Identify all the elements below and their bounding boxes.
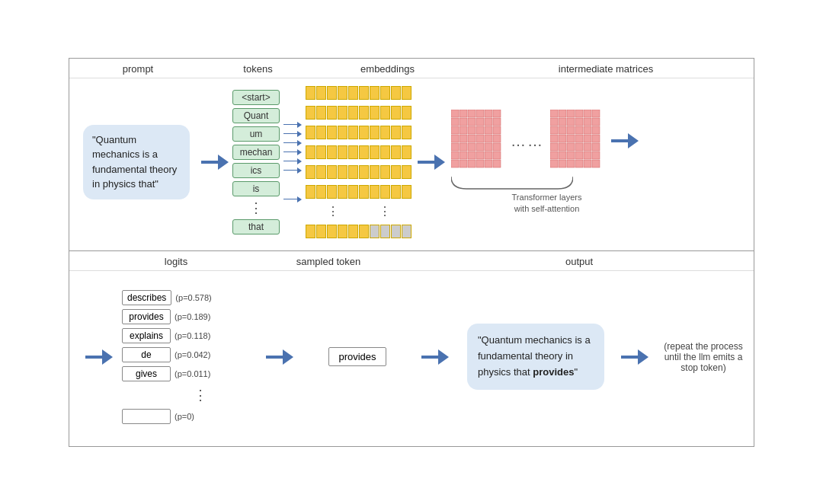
tokens-embeddings-group: <start> Quant um mechan ics is ⋮ that	[232, 85, 412, 240]
matrix-1: // rendered via inline SVG rects below	[451, 110, 504, 172]
token-arrows	[283, 122, 302, 203]
logit-de: de	[122, 347, 171, 362]
token-dots: ⋮	[232, 199, 280, 216]
embed-row-5	[306, 164, 412, 180]
svg-rect-1	[460, 110, 467, 117]
svg-rect-26	[468, 143, 476, 151]
svg-rect-38	[468, 160, 476, 167]
top-headers: prompt tokens embeddings intermediate ma…	[69, 59, 754, 78]
svg-rect-18	[451, 135, 459, 142]
svg-rect-51	[575, 118, 583, 126]
svg-rect-41	[493, 160, 501, 167]
logit-last: (p=0)	[122, 409, 255, 424]
token-quant: Quant	[232, 108, 280, 123]
svg-rect-71	[592, 143, 600, 151]
svg-rect-15	[476, 126, 484, 134]
matrices-wrapper: // rendered via inline SVG rects below	[451, 110, 642, 214]
svg-rect-81	[575, 160, 583, 167]
logit-3: explains (p=0.118)	[122, 328, 255, 343]
token-mechan: mechan	[232, 145, 280, 160]
svg-rect-9	[476, 118, 484, 126]
transformer-label: Transformer layerswith self-attention	[486, 192, 608, 214]
output-column: "Quantum mechanics is a fundamental theo…	[460, 324, 612, 389]
svg-rect-53	[592, 118, 600, 126]
svg-rect-13	[460, 126, 467, 134]
svg-rect-8	[468, 118, 476, 126]
svg-rect-7	[460, 118, 467, 126]
prompt-text: "Quantum mechanics is a fundamental theo…	[92, 134, 177, 190]
embed-row-6	[306, 183, 412, 200]
header-logits: logits	[69, 256, 252, 267]
logit-4: de (p=0.042)	[122, 347, 255, 362]
token-is: is	[232, 181, 280, 196]
svg-rect-78	[550, 160, 558, 167]
matrix-out-arrow	[611, 133, 639, 148]
matrix-2	[550, 110, 604, 172]
bottom-headers: logits sampled token output	[69, 251, 754, 271]
svg-rect-5	[493, 110, 501, 117]
svg-rect-61	[559, 135, 566, 142]
header-prompt: prompt	[69, 63, 191, 75]
svg-rect-32	[468, 152, 476, 159]
svg-rect-58	[584, 126, 591, 134]
svg-rect-63	[575, 135, 583, 142]
logits-column: describes (p=0.578) provides (p=0.189) e…	[122, 290, 255, 424]
curly-brace-svg	[451, 174, 573, 192]
logit-explains: explains	[122, 328, 171, 343]
embeddings-list: ⋮⋮	[306, 85, 412, 240]
token-that: that	[232, 219, 280, 234]
brace-group	[451, 174, 642, 192]
svg-rect-12	[451, 126, 459, 134]
svg-rect-0	[451, 110, 459, 117]
output-box: "Quantum mechanics is a fundamental theo…	[467, 324, 604, 389]
svg-rect-17	[493, 126, 501, 134]
svg-rect-44	[567, 110, 575, 117]
svg-rect-70	[584, 143, 591, 151]
svg-rect-23	[493, 135, 501, 142]
logit-empty	[122, 409, 171, 424]
repeat-column: (repeat the process until the llm emits …	[658, 341, 746, 373]
svg-rect-2	[468, 110, 476, 117]
svg-rect-47	[592, 110, 600, 117]
svg-rect-31	[460, 152, 467, 159]
logits-to-sampled-arrow	[266, 349, 293, 365]
svg-rect-64	[584, 135, 591, 142]
embed-row-4	[306, 144, 412, 161]
arrow-4	[283, 149, 302, 155]
arrow-1	[283, 122, 302, 128]
svg-rect-72	[550, 152, 558, 159]
svg-rect-46	[584, 110, 591, 117]
logit-2: provides (p=0.189)	[122, 309, 255, 324]
svg-rect-49	[559, 118, 566, 126]
prob-provides: (p=0.189)	[175, 312, 210, 321]
svg-rect-3	[476, 110, 484, 117]
prompt-to-tokens-arrow	[201, 155, 229, 170]
svg-rect-52	[584, 118, 591, 126]
prompt-box: "Quantum mechanics is a fundamental theo…	[83, 125, 190, 199]
svg-rect-21	[476, 135, 484, 142]
svg-rect-62	[567, 135, 575, 142]
header-embeddings: embeddings	[309, 63, 458, 75]
svg-rect-54	[550, 126, 558, 134]
embed-dots-row: ⋮⋮	[306, 203, 412, 220]
token-um: um	[232, 126, 280, 142]
embed-row-3	[306, 124, 412, 141]
logit-1: describes (p=0.578)	[122, 290, 255, 305]
arrow-7	[283, 196, 302, 203]
sampled-column: provides	[304, 347, 411, 366]
svg-rect-20	[468, 135, 476, 142]
svg-rect-45	[575, 110, 583, 117]
embed-row-2	[306, 104, 412, 121]
arrow-2	[283, 131, 302, 137]
svg-rect-55	[559, 126, 566, 134]
arrow-5	[283, 158, 302, 164]
matrix-1-svg: // rendered via inline SVG rects below	[451, 110, 504, 169]
svg-rect-66	[550, 143, 558, 151]
svg-rect-25	[460, 143, 467, 151]
prob-describes: (p=0.578)	[175, 293, 211, 302]
arrow-6	[283, 167, 302, 174]
svg-rect-40	[485, 160, 492, 167]
svg-rect-43	[559, 110, 566, 117]
svg-rect-33	[476, 152, 484, 159]
prob-zero: (p=0)	[175, 412, 194, 421]
